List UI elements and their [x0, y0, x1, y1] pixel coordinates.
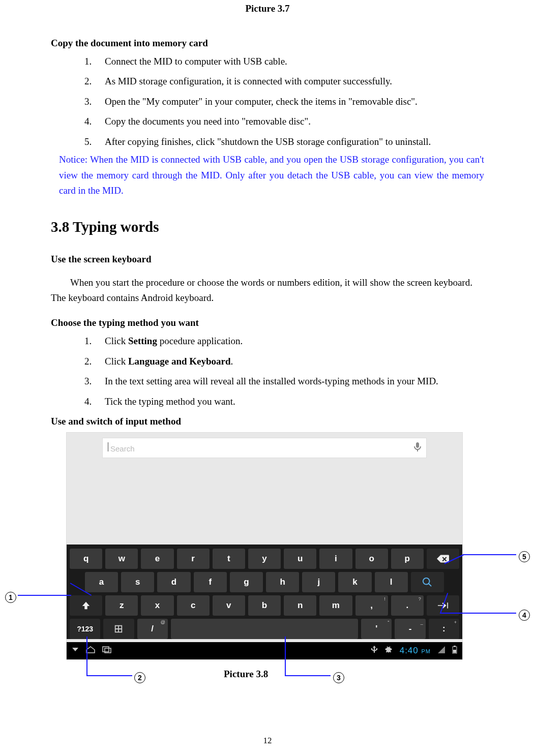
- key-f[interactable]: f: [194, 572, 227, 592]
- list-text: Open the "My computer" in your computer,…: [105, 94, 418, 109]
- list-number: 2.: [84, 354, 95, 369]
- list-text: Connect the MID to computer with USB cab…: [105, 54, 287, 69]
- key-apostrophe[interactable]: '": [361, 619, 392, 639]
- list-number: 4.: [84, 114, 95, 129]
- key-y[interactable]: y: [248, 549, 281, 569]
- use-keyboard-heading: Use the screen keyboard: [51, 254, 484, 265]
- choose-steps-list: 1. Click Setting pocedure application. 2…: [51, 334, 484, 409]
- list-text: Click Language and Keyboard.: [105, 354, 233, 369]
- list-item: 2.As MID storage configuration, it is co…: [84, 74, 484, 88]
- list-number: 5.: [84, 134, 95, 149]
- list-item: 3.Open the "My computer" in your compute…: [84, 94, 484, 109]
- key-m[interactable]: m: [319, 595, 352, 616]
- list-item: 4.Copy the documents you need into "remo…: [84, 114, 484, 129]
- key-search[interactable]: [411, 572, 444, 592]
- key-numeric-toggle[interactable]: ?123: [70, 619, 100, 639]
- key-i[interactable]: i: [319, 549, 352, 569]
- content-area: [67, 458, 462, 545]
- collapse-icon[interactable]: [72, 646, 79, 655]
- list-number: 3.: [84, 94, 95, 109]
- shift-icon: [81, 601, 91, 610]
- callout-1: 1: [5, 590, 16, 603]
- clock-time: 4:40 PM: [400, 646, 431, 656]
- figure-wrapper: Search q w e r t y u i o p: [51, 432, 484, 660]
- key-g[interactable]: g: [230, 572, 263, 592]
- key-a[interactable]: a: [85, 572, 118, 592]
- callout-5: 5: [519, 549, 530, 562]
- callout-3: 3: [333, 670, 344, 683]
- key-colon[interactable]: :+: [429, 619, 459, 639]
- key-dash[interactable]: -_: [395, 619, 425, 639]
- key-shift[interactable]: [70, 595, 102, 616]
- key-c[interactable]: c: [177, 595, 210, 616]
- key-n[interactable]: n: [284, 595, 316, 616]
- key-t[interactable]: t: [213, 549, 245, 569]
- list-text: After copying finishes, click "shutdown …: [105, 134, 431, 149]
- callout-line-4h: [440, 613, 516, 614]
- status-bar: 4:40 PM: [67, 642, 462, 659]
- list-text: Tick the typing method you want.: [105, 394, 235, 409]
- key-language-switch[interactable]: [103, 619, 134, 639]
- svg-rect-0: [103, 647, 109, 652]
- key-r[interactable]: r: [177, 549, 210, 569]
- callout-4: 4: [519, 608, 530, 621]
- caption-bottom: Picture 3.8: [224, 669, 268, 680]
- key-w[interactable]: w: [105, 549, 138, 569]
- search-placeholder: Search: [108, 442, 135, 453]
- key-o[interactable]: o: [355, 549, 388, 569]
- list-item: 3.In the text setting area will reveal a…: [84, 374, 484, 388]
- battery-icon: [452, 646, 457, 655]
- callout-2: 2: [134, 670, 145, 683]
- key-comma[interactable]: ,!: [355, 595, 388, 616]
- key-e[interactable]: e: [141, 549, 173, 569]
- list-text: In the text setting area will reveal all…: [105, 374, 438, 388]
- key-u[interactable]: u: [284, 549, 316, 569]
- list-text: Copy the documents you need into "remova…: [105, 114, 311, 129]
- key-b[interactable]: b: [248, 595, 281, 616]
- list-item: 4.Tick the typing method you want.: [84, 394, 484, 409]
- caption-top: Picture 3.7: [51, 0, 484, 14]
- key-j[interactable]: j: [302, 572, 335, 592]
- android-screenshot: Search q w e r t y u i o p: [66, 432, 463, 660]
- key-v[interactable]: v: [213, 595, 245, 616]
- key-period[interactable]: .?: [391, 595, 424, 616]
- notice-text: Notice: When the MID is connected with U…: [51, 152, 484, 198]
- switch-heading: Use and switch of input method: [51, 416, 484, 427]
- use-keyboard-body: When you start the procedure or choose t…: [51, 275, 484, 305]
- recents-icon[interactable]: [102, 646, 111, 655]
- key-l[interactable]: l: [375, 572, 408, 592]
- key-h[interactable]: h: [266, 572, 299, 592]
- callout-line-2h: [86, 675, 132, 676]
- section-heading: 3.8 Typing words: [51, 219, 484, 235]
- list-item: 2. Click Language and Keyboard.: [84, 354, 484, 369]
- list-text: Click Setting pocedure application.: [105, 334, 243, 348]
- callout-line-3v: [285, 637, 286, 676]
- key-x[interactable]: x: [141, 595, 173, 616]
- key-spacebar[interactable]: [171, 619, 358, 639]
- search-icon: [423, 578, 432, 587]
- usb-icon: [371, 646, 377, 655]
- callout-line-2v: [86, 637, 87, 676]
- page-number: 12: [0, 736, 535, 746]
- key-d[interactable]: d: [157, 572, 190, 592]
- key-z[interactable]: z: [105, 595, 138, 616]
- signal-icon: [438, 646, 445, 655]
- debug-icon: [384, 646, 393, 655]
- list-number: 1.: [84, 54, 95, 69]
- key-k[interactable]: k: [338, 572, 371, 592]
- globe-icon: [114, 624, 123, 633]
- key-p[interactable]: p: [391, 549, 424, 569]
- list-item: 1. Click Setting pocedure application.: [84, 334, 484, 348]
- list-number: 1.: [84, 334, 95, 348]
- microphone-icon[interactable]: [414, 442, 421, 453]
- list-item: 1.Connect the MID to computer with USB c…: [84, 54, 484, 69]
- key-q[interactable]: q: [70, 549, 102, 569]
- search-bar[interactable]: Search: [102, 438, 427, 458]
- copy-heading: Copy the document into memory card: [51, 38, 484, 49]
- key-slash[interactable]: /@: [137, 619, 168, 639]
- list-number: 4.: [84, 394, 95, 409]
- key-s[interactable]: s: [121, 572, 154, 592]
- android-keyboard: q w e r t y u i o p a s d f g: [67, 545, 462, 639]
- svg-rect-4: [453, 650, 456, 653]
- list-number: 3.: [84, 374, 95, 388]
